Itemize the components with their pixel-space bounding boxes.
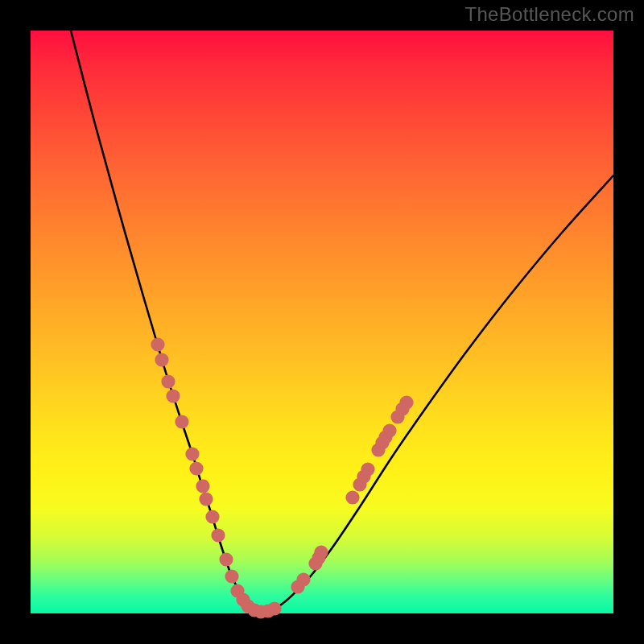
data-bead xyxy=(161,374,175,388)
data-bead xyxy=(175,415,188,428)
data-bead xyxy=(267,601,281,615)
data-bead xyxy=(185,447,199,460)
data-bead xyxy=(296,572,310,586)
data-bead xyxy=(399,395,413,409)
plot-area xyxy=(31,31,613,613)
chart-frame: TheBottleneck.com xyxy=(0,0,644,644)
watermark-text: TheBottleneck.com xyxy=(464,3,634,26)
data-bead xyxy=(151,337,164,351)
data-bead xyxy=(199,492,213,506)
data-bead xyxy=(382,423,396,437)
data-bead xyxy=(314,545,328,559)
data-bead xyxy=(219,552,233,566)
data-bead xyxy=(225,569,238,583)
data-bead xyxy=(361,462,374,476)
data-bead xyxy=(155,353,168,366)
data-bead xyxy=(205,510,219,523)
bottleneck-curve xyxy=(71,31,613,612)
data-bead xyxy=(196,479,209,493)
data-bead xyxy=(211,528,225,542)
data-bead xyxy=(166,389,180,402)
data-beads xyxy=(151,337,413,618)
data-bead xyxy=(345,490,359,504)
chart-svg xyxy=(31,31,613,613)
data-bead xyxy=(189,461,203,475)
